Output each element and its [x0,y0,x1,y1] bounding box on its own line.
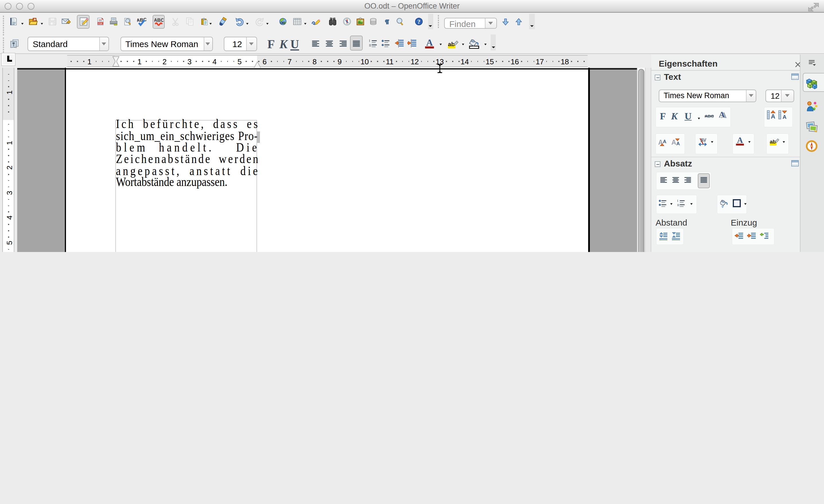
svg-text:A: A [426,38,433,47]
svg-text:A: A [737,135,743,145]
svg-text:I: I [369,39,370,42]
svg-text:V: V [703,137,706,142]
svg-text:I: I [677,199,678,202]
svg-text:A: A [662,139,666,144]
svg-text:PDF: PDF [98,22,103,24]
svg-text:ABC: ABC [137,16,146,23]
svg-text:ABC: ABC [154,17,163,22]
svg-text:A: A [676,141,680,146]
svg-text:ab: ab [447,41,454,47]
svg-text:A: A [719,110,725,119]
svg-text:?: ? [417,18,420,25]
svg-text:A: A [782,114,786,120]
svg-text:A: A [672,138,676,146]
svg-text:II: II [677,203,680,206]
svg-text:II: II [369,43,371,47]
svg-text:A: A [771,113,775,120]
